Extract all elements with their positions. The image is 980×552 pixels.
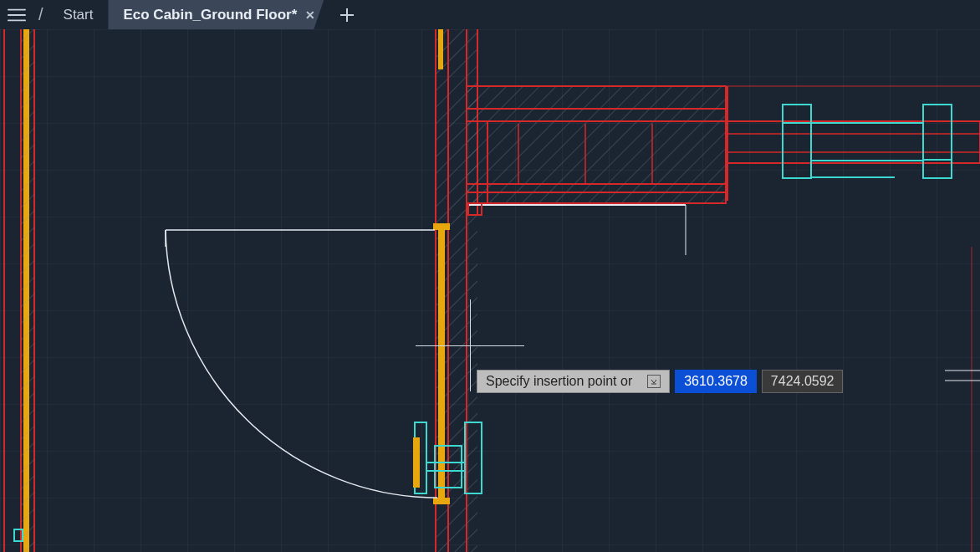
- prompt-dropdown-icon[interactable]: [647, 375, 661, 388]
- tab-active-document[interactable]: Eco Cabin_Ground Floor* ✕: [108, 0, 324, 29]
- coord-x-value: 3610.3678: [684, 374, 748, 389]
- coord-y-value: 7424.0592: [771, 374, 835, 389]
- tab-bar: / Start Eco Cabin_Ground Floor* ✕: [0, 0, 980, 29]
- tab-start[interactable]: Start: [48, 0, 109, 29]
- svg-rect-17: [433, 223, 450, 230]
- tab-divider: /: [33, 5, 48, 24]
- drawing-canvas[interactable]: [0, 29, 980, 552]
- close-tab-icon[interactable]: ✕: [305, 8, 315, 22]
- tab-start-label: Start: [64, 7, 94, 23]
- svg-rect-8: [21, 29, 34, 552]
- command-prompt-tooltip: Specify insertion point or 3610.3678 742…: [477, 370, 843, 393]
- new-tab-button[interactable]: [332, 0, 361, 29]
- prompt-text-box: Specify insertion point or: [477, 370, 670, 393]
- coord-x-input[interactable]: 3610.3678: [675, 370, 757, 393]
- door-leaf: [438, 223, 445, 499]
- svg-rect-19: [467, 86, 726, 203]
- prompt-text: Specify insertion point or: [486, 374, 632, 389]
- svg-rect-16: [438, 29, 443, 69]
- hamburger-menu-icon[interactable]: [0, 0, 33, 29]
- coord-y-input[interactable]: 7424.0592: [762, 370, 844, 393]
- svg-rect-18: [433, 498, 450, 504]
- tab-active-label: Eco Cabin_Ground Floor*: [123, 7, 297, 23]
- svg-rect-52: [413, 437, 420, 488]
